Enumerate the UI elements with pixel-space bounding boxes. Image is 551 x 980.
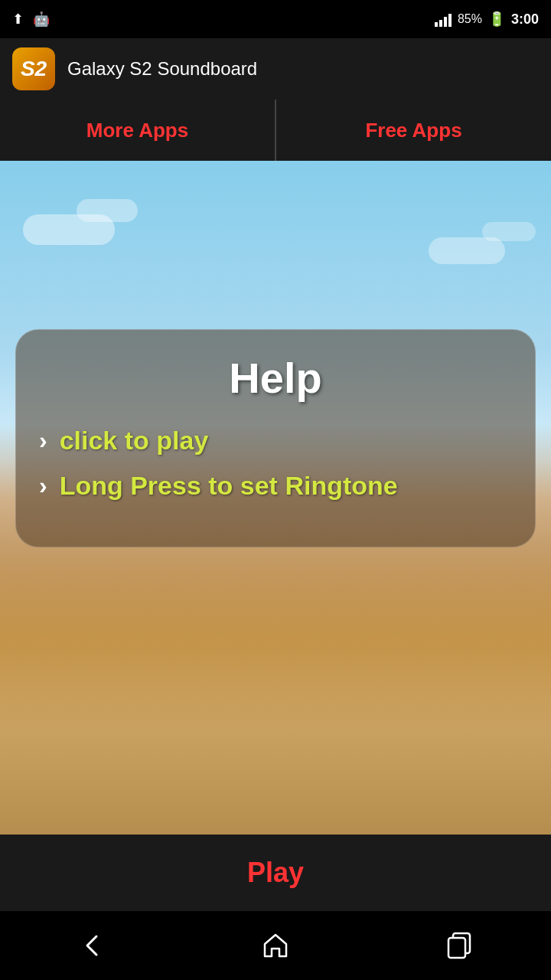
status-right-icons: 85% 🔋 3:00 — [435, 11, 539, 28]
help-card: Help › click to play › Long Press to set… — [15, 329, 536, 547]
app-icon: S2 — [12, 47, 55, 90]
recents-button[interactable] — [429, 919, 490, 972]
home-icon — [262, 932, 289, 959]
main-content: Help › click to play › Long Press to set… — [0, 161, 551, 911]
svg-rect-1 — [448, 938, 465, 958]
play-button-container: Play — [0, 835, 551, 911]
status-left-icons: ⬆ 🤖 — [12, 11, 50, 28]
help-arrow-1: › — [39, 426, 47, 455]
app-title: Galaxy S2 Soundboard — [67, 58, 257, 80]
clock: 3:00 — [511, 11, 539, 28]
help-play-text: click to play — [60, 426, 209, 456]
sky-clouds — [0, 191, 551, 345]
battery-level: 85% — [458, 12, 482, 26]
navigation-bar — [0, 911, 551, 980]
usb-icon: ⬆ — [12, 11, 24, 28]
android-icon: 🤖 — [33, 11, 50, 28]
battery-icon: 🔋 — [488, 11, 505, 28]
status-bar: ⬆ 🤖 85% 🔋 3:00 — [0, 0, 551, 38]
help-ringtone-text: Long Press to set Ringtone — [60, 471, 398, 501]
home-button[interactable] — [245, 919, 306, 972]
help-arrow-2: › — [39, 472, 47, 500]
recents-icon — [444, 930, 474, 961]
more-apps-button[interactable]: More Apps — [0, 100, 276, 161]
help-title: Help — [39, 353, 512, 403]
back-icon — [78, 932, 106, 959]
back-button[interactable] — [61, 919, 122, 972]
help-item-ringtone: › Long Press to set Ringtone — [39, 471, 512, 501]
action-buttons-row: More Apps Free Apps — [0, 100, 551, 161]
signal-icon — [435, 11, 452, 27]
free-apps-button[interactable]: Free Apps — [276, 100, 551, 161]
play-button[interactable]: Play — [0, 835, 551, 911]
app-bar: S2 Galaxy S2 Soundboard — [0, 38, 551, 100]
help-item-play: › click to play — [39, 426, 512, 456]
